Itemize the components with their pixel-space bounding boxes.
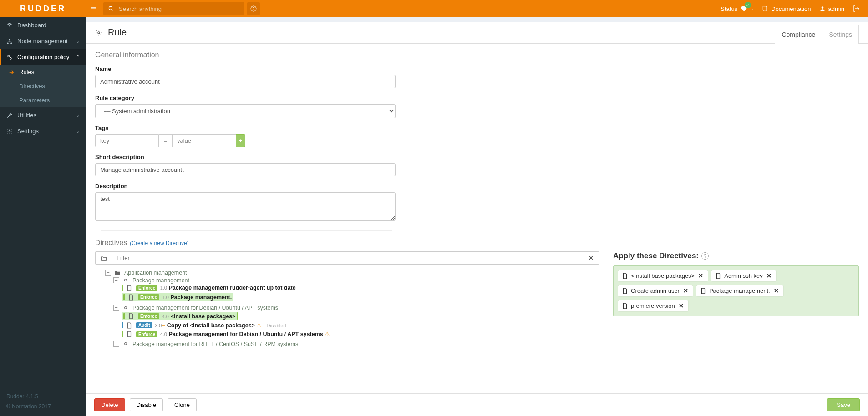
- applied-directive-chip: Create admin user ✕: [618, 285, 693, 296]
- sidebar-footer: Rudder 4.1.5 © Normation 2017: [0, 387, 86, 416]
- file-icon: [622, 288, 628, 294]
- hamburger-icon: [91, 5, 97, 12]
- directive-filter: ✕: [95, 251, 599, 265]
- tree-label: Application management: [124, 270, 187, 276]
- sidebar-subitem-parameters[interactable]: Parameters: [0, 93, 86, 107]
- status-label: Status: [721, 5, 737, 12]
- tree-directive[interactable]: Enforce 4.0 <Install base packages>: [122, 311, 599, 321]
- svg-point-15: [125, 306, 127, 309]
- applied-directive-chip: premiere version ✕: [618, 300, 688, 311]
- tree-category[interactable]: − Application management − Package manag…: [105, 268, 599, 349]
- sidebar-item-node-management[interactable]: Node management ⌄: [0, 33, 86, 49]
- tree-directive[interactable]: Enforce 1.0 Package management rudder-ag…: [122, 283, 599, 292]
- applied-directives-box: <Install base packages> ✕ Admin ssh key …: [613, 265, 859, 316]
- chip-remove-button[interactable]: ✕: [697, 272, 704, 279]
- tree-expand-icon[interactable]: −: [113, 341, 119, 347]
- tree-directive[interactable]: Enforce 4.0 Package management for Debia…: [122, 330, 599, 338]
- file-icon: [622, 303, 628, 309]
- plus-icon: +: [239, 137, 243, 144]
- main-content: Rule Compliance Settings General informa…: [86, 17, 868, 416]
- short-desc-label: Short description: [95, 154, 859, 160]
- tree-label: Package management.: [170, 294, 232, 301]
- applied-directives-title: Apply these Directives: ?: [613, 251, 859, 261]
- tree-collapse-icon[interactable]: −: [113, 277, 119, 283]
- chip-remove-button[interactable]: ✕: [682, 287, 689, 294]
- applied-directive-chip: Admin ssh key ✕: [711, 270, 776, 281]
- enforce-badge: Enforce: [138, 294, 159, 300]
- sidebar-item-configuration-policy[interactable]: Configuration policy ⌃: [0, 49, 86, 65]
- name-label: Name: [95, 65, 859, 72]
- svg-point-6: [9, 25, 10, 26]
- file-icon: [622, 273, 628, 279]
- create-directive-link[interactable]: (Create a new Directive): [130, 240, 188, 246]
- tree-directive[interactable]: Enforce 1.0 Package management.: [122, 292, 599, 302]
- logout-button[interactable]: [853, 5, 860, 12]
- svg-point-4: [821, 6, 823, 9]
- tag-value-input[interactable]: [173, 134, 236, 147]
- category-select[interactable]: └─ System administration: [95, 104, 396, 118]
- search-icon: [103, 5, 119, 12]
- directive-filter-input[interactable]: [112, 251, 583, 265]
- sitemap-icon: [6, 38, 13, 45]
- tree-label: Package management rudder-agent up tot d…: [168, 285, 295, 291]
- sidebar-item-utilities[interactable]: Utilities ⌄: [0, 107, 86, 123]
- sidebar-item-dashboard[interactable]: Dashboard: [0, 17, 86, 33]
- search-help-button[interactable]: ?: [247, 2, 260, 15]
- user-icon: [819, 5, 826, 12]
- tree-label: <Install base packages>: [170, 313, 235, 319]
- sidebar-toggle[interactable]: [86, 5, 102, 12]
- applied-directive-chip: <Install base packages> ✕: [618, 270, 708, 281]
- file-icon: [126, 285, 132, 291]
- name-input[interactable]: [95, 75, 396, 88]
- user-label: admin: [828, 5, 844, 12]
- filter-clear-button[interactable]: ✕: [583, 251, 599, 265]
- save-button[interactable]: Save: [827, 398, 860, 411]
- enforce-badge: Enforce: [136, 331, 157, 337]
- gear-icon: [122, 341, 129, 347]
- sidebar-subitem-label: Directives: [19, 83, 45, 90]
- tree-technique[interactable]: − Package management for Debian / Ubuntu…: [113, 303, 599, 340]
- user-menu[interactable]: admin: [819, 5, 844, 12]
- chip-remove-button[interactable]: ✕: [773, 287, 780, 294]
- tree-technique[interactable]: − Package management for RHEL / CentOS /…: [113, 340, 599, 348]
- help-icon[interactable]: ?: [701, 252, 709, 260]
- folder-icon: [114, 270, 121, 276]
- clone-button[interactable]: Clone: [168, 398, 197, 411]
- description-label: Description: [95, 183, 859, 190]
- tree-collapse-icon[interactable]: −: [105, 270, 111, 276]
- svg-point-12: [9, 130, 10, 132]
- tree-label: Package management for RHEL / CentOS / S…: [132, 341, 298, 347]
- short-desc-input[interactable]: [95, 163, 396, 176]
- delete-button[interactable]: Delete: [94, 398, 125, 411]
- version-text: 4.0: [162, 313, 169, 319]
- description-textarea[interactable]: test: [95, 192, 396, 221]
- tab-settings[interactable]: Settings: [822, 25, 859, 44]
- chip-remove-button[interactable]: ✕: [678, 302, 685, 309]
- gear-icon: [95, 29, 102, 36]
- sidebar-item-settings[interactable]: Settings ⌄: [0, 123, 86, 139]
- folder-open-icon[interactable]: [95, 251, 112, 265]
- disable-button[interactable]: Disable: [130, 398, 163, 411]
- arrow-right-icon: ➔: [9, 69, 15, 75]
- sidebar-subitem-rules[interactable]: ➔ Rules: [0, 65, 86, 79]
- tag-add-button[interactable]: +: [236, 134, 245, 147]
- file-icon: [700, 288, 706, 294]
- tree-technique[interactable]: − Package management Enforce 1.0: [113, 276, 599, 303]
- svg-point-13: [98, 32, 100, 34]
- search-input[interactable]: [119, 5, 244, 12]
- svg-rect-7: [9, 39, 10, 40]
- tree-directive[interactable]: Audit 3.0➦ Copy of <Install base package…: [122, 321, 599, 330]
- gear-icon: [122, 305, 129, 311]
- sidebar-subitem-label: Parameters: [19, 97, 50, 104]
- documentation-link[interactable]: Documentation: [762, 5, 811, 12]
- tag-key-input[interactable]: [95, 134, 159, 147]
- warning-icon: ⚠: [256, 322, 262, 329]
- svg-point-14: [125, 279, 127, 281]
- chip-remove-button[interactable]: ✕: [766, 272, 772, 279]
- status-menu[interactable]: Status ✓ ⌄: [721, 5, 754, 13]
- sidebar-subitem-directives[interactable]: Directives: [0, 79, 86, 93]
- tree-collapse-icon[interactable]: −: [113, 305, 119, 311]
- logout-icon: [853, 5, 860, 12]
- tab-compliance[interactable]: Compliance: [775, 25, 822, 44]
- tag-eq: [159, 134, 173, 147]
